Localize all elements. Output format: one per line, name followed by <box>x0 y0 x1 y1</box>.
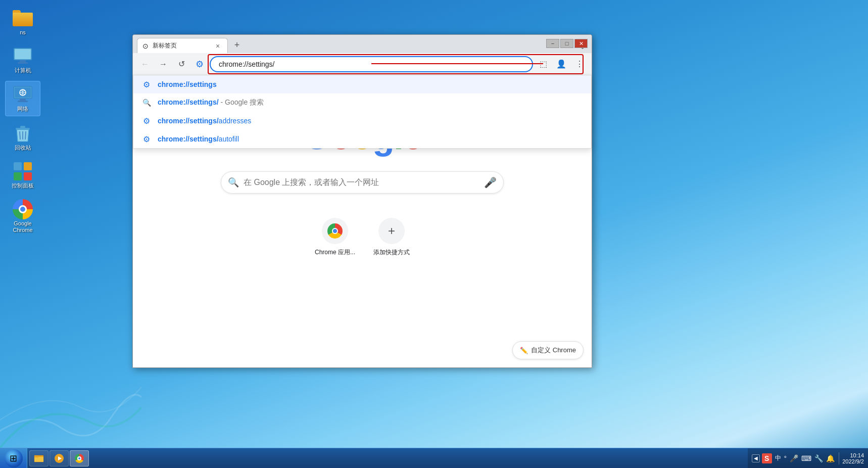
quick-links: Chrome 应用... + 添加快捷方式 <box>311 214 414 261</box>
notification-expand-button[interactable]: ◀ <box>752 454 760 462</box>
desktop-icon-control[interactable]: 控制面板 <box>5 158 40 192</box>
menu-icon[interactable]: ⋮ <box>571 56 588 72</box>
search-icon: 🔍 <box>228 177 239 188</box>
desktop-icon-ns[interactable]: ns <box>5 5 40 39</box>
icon-label-control: 控制面板 <box>12 182 34 189</box>
desktop-icon-computer[interactable]: 计算机 <box>5 43 40 77</box>
autocomplete-search-icon-1: 🔍 <box>141 98 152 108</box>
reload-button[interactable]: ↺ <box>173 56 189 72</box>
quick-link-label-chrome: Chrome 应用... <box>315 248 355 257</box>
close-button[interactable]: ✕ <box>574 39 588 48</box>
desktop-icon-chrome[interactable]: Google Chrome <box>5 196 40 237</box>
svg-line-13 <box>20 131 20 139</box>
clock-date: 2022/9/2 <box>842 458 864 464</box>
icon-label-chrome: Google Chrome <box>7 220 38 233</box>
title-bar: ⊙ 新标签页 × + ⌄ − □ ✕ <box>133 35 592 53</box>
add-shortcut-icon: + <box>378 218 405 244</box>
taskbar-item-explorer[interactable] <box>29 450 49 466</box>
bookmark-icon[interactable]: ⬚ <box>535 56 551 72</box>
taskbar-media-icon <box>54 453 64 463</box>
window-controls: − □ ✕ <box>546 39 588 48</box>
icon-label-ns: ns <box>20 29 26 36</box>
start-button[interactable]: ⊞ <box>0 448 27 469</box>
network-tray-icon[interactable]: ° <box>784 454 787 462</box>
autocomplete-gear-icon-2: ⚙ <box>141 116 152 126</box>
icon-label-recycle: 回收站 <box>15 145 31 151</box>
svg-rect-2 <box>20 60 26 62</box>
autocomplete-gear-icon-3: ⚙ <box>141 134 152 144</box>
autocomplete-item-1[interactable]: 🔍 chrome://settings/ - Google 搜索 <box>133 93 591 112</box>
autocomplete-text-1: chrome://settings/ - Google 搜索 <box>158 98 264 107</box>
settings-tray-icon2[interactable]: 🔔 <box>826 454 835 462</box>
taskbar-item-chrome[interactable] <box>70 450 89 466</box>
quick-link-label-add: 添加快捷方式 <box>373 248 410 257</box>
network-icon <box>13 84 33 105</box>
customize-label: 自定义 Chrome <box>531 346 576 355</box>
quick-link-chrome-apps[interactable]: Chrome 应用... <box>311 214 359 261</box>
mic-tray-icon[interactable]: 🎤 <box>790 454 798 462</box>
autocomplete-item-2[interactable]: ⚙ chrome://settings/addresses <box>133 112 591 130</box>
recycle-icon <box>13 123 33 144</box>
taskbar-explorer-icon <box>34 453 44 463</box>
sys-tray: S 中 ° 🎤 ⌨ 🔧 🔔 <box>762 453 835 463</box>
taskbar-items <box>27 448 748 468</box>
control-panel-icon <box>13 161 33 181</box>
autocomplete-item-0[interactable]: ⚙ chrome://settings <box>133 75 591 93</box>
browser-tab[interactable]: ⊙ 新标签页 × <box>137 38 228 53</box>
chrome-apps-icon <box>322 218 348 244</box>
profile-icon[interactable]: 👤 <box>553 56 569 72</box>
svg-rect-1 <box>15 49 31 59</box>
keyboard-tray-icon[interactable]: ⌨ <box>801 454 811 462</box>
taskbar-item-media[interactable] <box>50 450 69 466</box>
customize-chrome-button[interactable]: ✏️ 自定义 Chrome <box>512 341 584 359</box>
voice-icon[interactable]: 🎤 <box>484 176 497 189</box>
tab-title: 新标签页 <box>153 41 209 50</box>
browser-window: ⊙ 新标签页 × + ⌄ − □ ✕ ← → ↺ ⚙ <box>132 34 592 368</box>
desktop-icons: ns 计算机 <box>5 5 40 237</box>
desktop-icon-recycle[interactable]: 回收站 <box>5 120 40 154</box>
search-bar-container: 🔍 🎤 <box>221 171 504 194</box>
toolbar-right: ⬚ 👤 ⋮ <box>535 56 588 72</box>
tab-bar: ⊙ 新标签页 × + <box>137 38 244 53</box>
desktop-icon-network[interactable]: 网络 <box>5 81 40 116</box>
svg-rect-16 <box>14 162 22 170</box>
autocomplete-dropdown: ⚙ chrome://settings 🔍 chrome://settings/… <box>133 75 592 149</box>
icon-label-network: 网络 <box>17 106 28 112</box>
autocomplete-item-3[interactable]: ⚙ chrome://settings/autofill <box>133 130 591 148</box>
taskbar-right: ◀ S 中 ° 🎤 ⌨ 🔧 🔔 10:14 2022/9/2 <box>748 448 868 468</box>
folder-icon <box>13 8 33 28</box>
start-orb: ⊞ <box>5 449 23 467</box>
svg-rect-21 <box>34 457 43 462</box>
svg-rect-19 <box>24 172 32 180</box>
desktop-swirl <box>0 347 141 448</box>
forward-button[interactable]: → <box>155 56 171 72</box>
svg-rect-18 <box>14 172 22 180</box>
search-input[interactable] <box>221 171 504 194</box>
windows-logo-icon: ⊞ <box>10 453 17 464</box>
toolbar: ← → ↺ ⚙ ⬚ 👤 ⋮ ⚙ ch <box>133 53 592 75</box>
autocomplete-text-3: chrome://settings/autofill <box>158 135 239 143</box>
maximize-button[interactable]: □ <box>560 39 573 48</box>
sogou-icon[interactable]: S <box>762 453 772 463</box>
autocomplete-text-0: chrome://settings <box>158 80 217 88</box>
icon-label-computer: 计算机 <box>15 67 31 74</box>
quick-link-add-shortcut[interactable]: + 添加快捷方式 <box>369 214 414 261</box>
minimize-button[interactable]: − <box>546 39 559 48</box>
svg-rect-6 <box>20 99 26 101</box>
svg-rect-17 <box>24 162 32 170</box>
new-tab-button[interactable]: + <box>230 38 244 52</box>
ime-indicator[interactable]: 中 <box>775 454 781 462</box>
svg-rect-22 <box>34 455 38 457</box>
svg-rect-3 <box>18 62 28 64</box>
desktop: ns 计算机 <box>0 0 868 468</box>
back-button[interactable]: ← <box>137 56 153 72</box>
svg-rect-12 <box>20 126 25 128</box>
taskbar-chrome-icon <box>74 453 84 463</box>
chrome-icon <box>13 199 33 219</box>
settings-tray-icon1[interactable]: 🔧 <box>814 454 823 462</box>
url-bar[interactable] <box>210 56 533 72</box>
url-bar-wrapper <box>210 56 533 72</box>
clock[interactable]: 10:14 2022/9/2 <box>839 452 864 464</box>
tab-close-button[interactable]: × <box>213 41 222 51</box>
svg-line-15 <box>25 131 26 139</box>
